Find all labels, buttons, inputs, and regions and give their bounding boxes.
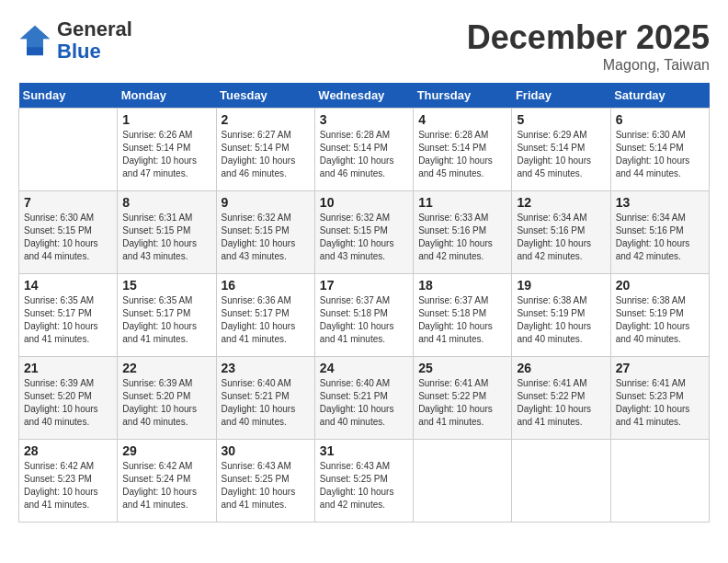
calendar-cell: 6Sunrise: 6:30 AM Sunset: 5:14 PM Daylig… (610, 109, 709, 191)
day-number: 17 (320, 278, 408, 293)
weekday-header-sunday: Sunday (19, 83, 118, 109)
day-info: Sunrise: 6:34 AM Sunset: 5:16 PM Dayligh… (616, 212, 704, 263)
day-number: 1 (122, 112, 210, 127)
day-number: 20 (616, 278, 704, 293)
weekday-header-wednesday: Wednesday (314, 83, 413, 109)
calendar-cell: 10Sunrise: 6:32 AM Sunset: 5:15 PM Dayli… (314, 191, 413, 274)
calendar-week-1: 1Sunrise: 6:26 AM Sunset: 5:14 PM Daylig… (19, 109, 710, 191)
calendar-cell: 25Sunrise: 6:41 AM Sunset: 5:22 PM Dayli… (414, 357, 512, 440)
day-number: 10 (320, 195, 408, 210)
day-number: 3 (320, 112, 408, 127)
svg-marker-1 (20, 26, 50, 47)
calendar-cell: 12Sunrise: 6:34 AM Sunset: 5:16 PM Dayli… (512, 191, 610, 274)
day-number: 5 (517, 112, 605, 127)
day-info: Sunrise: 6:40 AM Sunset: 5:21 PM Dayligh… (320, 377, 408, 429)
day-info: Sunrise: 6:27 AM Sunset: 5:14 PM Dayligh… (222, 129, 310, 180)
title-block: December 2025 Magong, Taiwan (467, 18, 710, 74)
day-number: 29 (122, 443, 210, 458)
day-info: Sunrise: 6:43 AM Sunset: 5:25 PM Dayligh… (222, 460, 310, 511)
month-title: December 2025 (467, 18, 710, 57)
day-info: Sunrise: 6:42 AM Sunset: 5:23 PM Dayligh… (24, 460, 112, 511)
calendar-cell: 16Sunrise: 6:36 AM Sunset: 5:17 PM Dayli… (216, 274, 314, 357)
calendar-cell: 31Sunrise: 6:43 AM Sunset: 5:25 PM Dayli… (314, 440, 413, 523)
calendar-week-5: 28Sunrise: 6:42 AM Sunset: 5:23 PM Dayli… (19, 440, 710, 523)
day-info: Sunrise: 6:29 AM Sunset: 5:14 PM Dayligh… (517, 129, 605, 180)
day-number: 31 (320, 443, 408, 458)
day-number: 25 (418, 361, 506, 375)
calendar-cell: 5Sunrise: 6:29 AM Sunset: 5:14 PM Daylig… (512, 109, 610, 191)
day-number: 15 (122, 278, 210, 293)
day-info: Sunrise: 6:32 AM Sunset: 5:15 PM Dayligh… (222, 212, 310, 263)
calendar-cell: 27Sunrise: 6:41 AM Sunset: 5:23 PM Dayli… (610, 357, 709, 440)
day-info: Sunrise: 6:31 AM Sunset: 5:15 PM Dayligh… (122, 212, 210, 263)
logo-general-text: General (57, 17, 132, 40)
day-info: Sunrise: 6:39 AM Sunset: 5:20 PM Dayligh… (24, 377, 112, 429)
calendar-cell: 14Sunrise: 6:35 AM Sunset: 5:17 PM Dayli… (19, 274, 118, 357)
calendar-table: SundayMondayTuesdayWednesdayThursdayFrid… (18, 83, 710, 523)
day-number: 30 (222, 443, 310, 458)
calendar-cell (414, 440, 512, 523)
calendar-cell: 29Sunrise: 6:42 AM Sunset: 5:24 PM Dayli… (118, 440, 216, 523)
calendar-cell: 30Sunrise: 6:43 AM Sunset: 5:25 PM Dayli… (216, 440, 314, 523)
calendar-cell: 7Sunrise: 6:30 AM Sunset: 5:15 PM Daylig… (19, 191, 118, 274)
day-number: 28 (24, 443, 112, 458)
calendar-cell: 17Sunrise: 6:37 AM Sunset: 5:18 PM Dayli… (314, 274, 413, 357)
calendar-cell (610, 440, 709, 523)
day-info: Sunrise: 6:34 AM Sunset: 5:16 PM Dayligh… (517, 212, 605, 263)
day-info: Sunrise: 6:37 AM Sunset: 5:18 PM Dayligh… (320, 294, 408, 346)
weekday-header-friday: Friday (512, 83, 610, 109)
day-info: Sunrise: 6:41 AM Sunset: 5:22 PM Dayligh… (517, 377, 605, 429)
day-info: Sunrise: 6:33 AM Sunset: 5:16 PM Dayligh… (418, 212, 506, 263)
day-number: 2 (222, 112, 310, 127)
day-number: 13 (616, 195, 704, 210)
day-number: 12 (517, 195, 605, 210)
day-number: 4 (418, 112, 506, 127)
day-number: 27 (616, 361, 704, 375)
day-info: Sunrise: 6:38 AM Sunset: 5:19 PM Dayligh… (517, 294, 605, 346)
calendar-cell: 20Sunrise: 6:38 AM Sunset: 5:19 PM Dayli… (610, 274, 709, 357)
logo-blue-text: Blue (57, 40, 101, 63)
day-info: Sunrise: 6:42 AM Sunset: 5:24 PM Dayligh… (122, 460, 210, 511)
day-number: 14 (24, 278, 112, 293)
calendar-cell: 9Sunrise: 6:32 AM Sunset: 5:15 PM Daylig… (216, 191, 314, 274)
day-number: 7 (24, 195, 112, 210)
logo-icon (18, 24, 51, 57)
day-info: Sunrise: 6:30 AM Sunset: 5:15 PM Dayligh… (24, 212, 112, 263)
calendar-cell: 3Sunrise: 6:28 AM Sunset: 5:14 PM Daylig… (314, 109, 413, 191)
calendar-cell: 15Sunrise: 6:35 AM Sunset: 5:17 PM Dayli… (118, 274, 216, 357)
day-number: 9 (222, 195, 310, 210)
day-info: Sunrise: 6:39 AM Sunset: 5:20 PM Dayligh… (122, 377, 210, 429)
weekday-header-thursday: Thursday (414, 83, 512, 109)
calendar-week-4: 21Sunrise: 6:39 AM Sunset: 5:20 PM Dayli… (19, 357, 710, 440)
day-info: Sunrise: 6:38 AM Sunset: 5:19 PM Dayligh… (616, 294, 704, 346)
day-info: Sunrise: 6:43 AM Sunset: 5:25 PM Dayligh… (320, 460, 408, 511)
day-number: 6 (616, 112, 704, 127)
page-header: General Blue December 2025 Magong, Taiwa… (18, 18, 710, 74)
calendar-cell: 1Sunrise: 6:26 AM Sunset: 5:14 PM Daylig… (118, 109, 216, 191)
logo-text: General Blue (57, 18, 132, 63)
day-info: Sunrise: 6:41 AM Sunset: 5:23 PM Dayligh… (616, 377, 704, 429)
day-number: 21 (24, 361, 112, 375)
calendar-cell: 26Sunrise: 6:41 AM Sunset: 5:22 PM Dayli… (512, 357, 610, 440)
logo: General Blue (18, 18, 132, 63)
weekday-header-monday: Monday (118, 83, 216, 109)
day-info: Sunrise: 6:28 AM Sunset: 5:14 PM Dayligh… (320, 129, 408, 180)
calendar-cell: 13Sunrise: 6:34 AM Sunset: 5:16 PM Dayli… (610, 191, 709, 274)
calendar-cell: 19Sunrise: 6:38 AM Sunset: 5:19 PM Dayli… (512, 274, 610, 357)
calendar-cell: 22Sunrise: 6:39 AM Sunset: 5:20 PM Dayli… (118, 357, 216, 440)
location-text: Magong, Taiwan (467, 57, 710, 74)
weekday-header-row: SundayMondayTuesdayWednesdayThursdayFrid… (19, 83, 710, 109)
day-info: Sunrise: 6:36 AM Sunset: 5:17 PM Dayligh… (222, 294, 310, 346)
day-number: 24 (320, 361, 408, 375)
weekday-header-tuesday: Tuesday (216, 83, 314, 109)
day-number: 22 (122, 361, 210, 375)
calendar-cell: 28Sunrise: 6:42 AM Sunset: 5:23 PM Dayli… (19, 440, 118, 523)
calendar-cell: 2Sunrise: 6:27 AM Sunset: 5:14 PM Daylig… (216, 109, 314, 191)
calendar-cell: 8Sunrise: 6:31 AM Sunset: 5:15 PM Daylig… (118, 191, 216, 274)
calendar-cell: 11Sunrise: 6:33 AM Sunset: 5:16 PM Dayli… (414, 191, 512, 274)
calendar-cell: 23Sunrise: 6:40 AM Sunset: 5:21 PM Dayli… (216, 357, 314, 440)
calendar-cell (19, 109, 118, 191)
calendar-cell: 21Sunrise: 6:39 AM Sunset: 5:20 PM Dayli… (19, 357, 118, 440)
day-info: Sunrise: 6:30 AM Sunset: 5:14 PM Dayligh… (616, 129, 704, 180)
day-number: 11 (418, 195, 506, 210)
